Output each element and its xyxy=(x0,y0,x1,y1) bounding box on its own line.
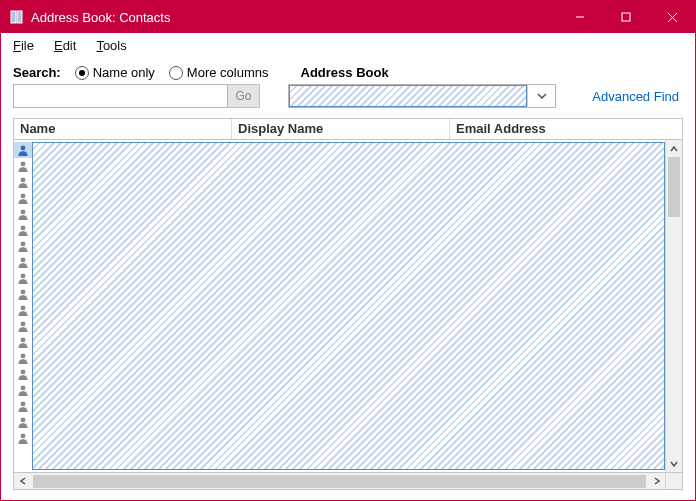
svg-point-16 xyxy=(21,306,26,311)
svg-point-18 xyxy=(21,338,26,343)
contact-row-icon[interactable] xyxy=(14,302,32,318)
radio-more-columns-label: More columns xyxy=(187,65,269,80)
window-controls xyxy=(557,1,695,33)
row-icon-strip xyxy=(14,140,32,472)
contact-row-icon[interactable] xyxy=(14,334,32,350)
menu-edit[interactable]: Edit xyxy=(50,36,80,55)
minimize-button[interactable] xyxy=(557,1,603,33)
svg-point-7 xyxy=(21,162,26,167)
address-book-window: Address Book: Contacts File Edit Tools S… xyxy=(0,0,696,501)
search-input[interactable] xyxy=(13,84,228,108)
horizontal-scrollbar[interactable] xyxy=(13,473,683,490)
chevron-down-icon[interactable] xyxy=(527,85,555,107)
titlebar: Address Book: Contacts xyxy=(1,1,695,33)
svg-point-19 xyxy=(21,354,26,359)
contact-row-icon[interactable] xyxy=(14,366,32,382)
svg-point-12 xyxy=(21,242,26,247)
contact-row-icon[interactable] xyxy=(14,430,32,446)
close-button[interactable] xyxy=(649,1,695,33)
address-book-label: Address Book xyxy=(301,65,389,80)
horizontal-scroll-track[interactable] xyxy=(31,473,648,489)
svg-point-9 xyxy=(21,194,26,199)
svg-point-15 xyxy=(21,290,26,295)
contact-row-icon[interactable] xyxy=(14,190,32,206)
address-book-icon xyxy=(9,9,25,25)
scroll-up-icon[interactable] xyxy=(666,140,682,157)
maximize-button[interactable] xyxy=(603,1,649,33)
contact-row-icon[interactable] xyxy=(14,350,32,366)
search-row: Search: Name only More columns Address B… xyxy=(13,65,683,80)
svg-point-21 xyxy=(21,386,26,391)
window-title: Address Book: Contacts xyxy=(31,10,557,25)
svg-point-6 xyxy=(21,146,26,151)
menubar: File Edit Tools xyxy=(1,33,695,57)
input-row: Go Advanced Find xyxy=(13,84,683,108)
svg-rect-3 xyxy=(622,13,630,21)
contact-row-icon[interactable] xyxy=(14,206,32,222)
svg-point-13 xyxy=(21,258,26,263)
contact-row-icon[interactable] xyxy=(14,318,32,334)
svg-point-17 xyxy=(21,322,26,327)
scrollbar-corner xyxy=(665,473,682,489)
svg-point-11 xyxy=(21,226,26,231)
redacted-contact-data xyxy=(32,142,665,470)
contact-row-icon[interactable] xyxy=(14,414,32,430)
radio-more-columns[interactable]: More columns xyxy=(169,65,269,80)
svg-rect-0 xyxy=(11,11,16,23)
column-header-display-name[interactable]: Display Name xyxy=(232,119,450,139)
menu-tools[interactable]: Tools xyxy=(92,36,130,55)
scroll-left-icon[interactable] xyxy=(14,473,31,489)
search-label: Search: xyxy=(13,65,61,80)
column-header-name[interactable]: Name xyxy=(14,119,232,139)
contact-row-icon[interactable] xyxy=(14,222,32,238)
contact-row-icon[interactable] xyxy=(14,158,32,174)
svg-point-10 xyxy=(21,210,26,215)
address-book-select[interactable] xyxy=(288,84,556,108)
vertical-scrollbar[interactable] xyxy=(665,140,682,472)
svg-rect-1 xyxy=(17,11,22,23)
svg-point-20 xyxy=(21,370,26,375)
radio-name-only-label: Name only xyxy=(93,65,155,80)
contact-row-icon[interactable] xyxy=(14,254,32,270)
content-area: Search: Name only More columns Address B… xyxy=(1,57,695,500)
radio-name-only[interactable]: Name only xyxy=(75,65,155,80)
svg-point-14 xyxy=(21,274,26,279)
address-book-select-value xyxy=(289,85,527,107)
go-button[interactable]: Go xyxy=(228,84,260,108)
scroll-down-icon[interactable] xyxy=(666,455,682,472)
contact-row-icon[interactable] xyxy=(14,174,32,190)
contact-row-icon[interactable] xyxy=(14,142,32,158)
contact-row-icon[interactable] xyxy=(14,238,32,254)
contact-row-icon[interactable] xyxy=(14,270,32,286)
svg-point-8 xyxy=(21,178,26,183)
contact-row-icon[interactable] xyxy=(14,382,32,398)
vertical-scroll-track[interactable] xyxy=(666,217,682,455)
advanced-find-link[interactable]: Advanced Find xyxy=(588,89,683,104)
scroll-right-icon[interactable] xyxy=(648,473,665,489)
svg-point-23 xyxy=(21,418,26,423)
grid-body xyxy=(13,140,683,473)
contact-row-icon[interactable] xyxy=(14,398,32,414)
contact-row-icon[interactable] xyxy=(14,286,32,302)
horizontal-scroll-thumb[interactable] xyxy=(33,475,646,488)
column-header-email[interactable]: Email Address xyxy=(450,119,682,139)
vertical-scroll-thumb[interactable] xyxy=(668,157,680,217)
svg-point-24 xyxy=(21,434,26,439)
svg-point-22 xyxy=(21,402,26,407)
menu-file[interactable]: File xyxy=(9,36,38,55)
grid-header: Name Display Name Email Address xyxy=(13,118,683,140)
